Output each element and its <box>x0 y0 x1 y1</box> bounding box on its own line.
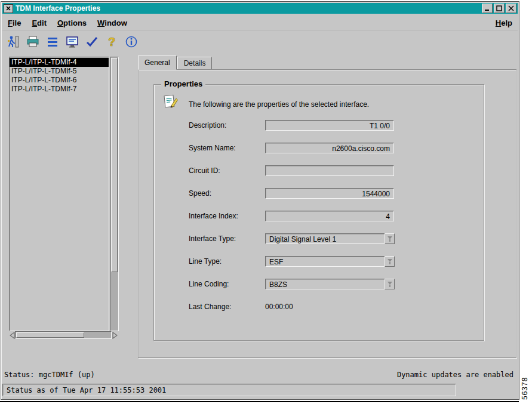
figure-number: 56378 <box>521 363 529 400</box>
field-rows: Description: T1 0/0 System Name: n2600a.… <box>189 119 478 323</box>
menu-edit[interactable]: Edit <box>26 17 52 29</box>
app-window-icon[interactable] <box>4 4 13 13</box>
notepad-pencil-icon <box>162 93 179 110</box>
field-label: Last Change: <box>189 303 265 311</box>
menu-bar: File Edit Options Window Help <box>2 15 518 31</box>
status-timestamp: Status as of Tue Apr 17 11:55:53 2001 <box>7 386 166 394</box>
maximize-button[interactable] <box>494 4 505 13</box>
field-label: Circuit ID: <box>189 166 265 175</box>
interface-index-field[interactable]: 4 <box>265 211 394 221</box>
system-name-field[interactable]: n2600a.cisco.com <box>265 143 394 153</box>
field-row-speed: Speed: 1544000 <box>189 187 478 199</box>
chevron-down-icon[interactable] <box>385 233 395 244</box>
description-field[interactable]: T1 0/0 <box>265 120 394 131</box>
window-title: TDM Interface Properties <box>16 4 481 13</box>
menu-help[interactable]: Help <box>490 17 518 29</box>
tab-details[interactable]: Details <box>177 57 213 70</box>
toolbar: ? <box>2 31 518 53</box>
field-label: Speed: <box>189 189 265 198</box>
status-bar: Status as of Tue Apr 17 11:55:53 2001 <box>2 384 456 396</box>
field-label: System Name: <box>189 144 265 152</box>
app-window: TDM Interface Properties File Edit Optio… <box>1 1 519 400</box>
groupbox-title: Properties <box>161 79 205 88</box>
menu-file[interactable]: File <box>2 17 26 29</box>
horizontal-scrollbar[interactable] <box>9 331 118 339</box>
title-bar[interactable]: TDM Interface Properties <box>2 3 518 14</box>
list-icon[interactable] <box>45 35 60 49</box>
status-row: Status: mgcTDMIf (up) Dynamic updates ar… <box>4 371 513 380</box>
check-icon[interactable] <box>85 35 99 49</box>
general-tab-panel: Properties The following are the propert… <box>138 69 516 358</box>
menu-options[interactable]: Options <box>52 17 92 29</box>
circuit-id-field[interactable] <box>265 165 394 176</box>
field-label: Description: <box>189 121 265 129</box>
field-row-interface-type: Interface Type: Digital Signal Level 1 <box>189 233 478 245</box>
status-text: Status: mgcTDMIf (up) <box>4 371 95 380</box>
figure-bottom-rule <box>0 401 519 402</box>
exit-icon[interactable] <box>6 35 20 49</box>
field-label: Line Type: <box>189 257 265 266</box>
display-icon[interactable] <box>65 35 79 49</box>
chevron-down-icon[interactable] <box>385 256 395 267</box>
line-coding-dropdown[interactable]: B8ZS <box>265 279 385 289</box>
help-icon[interactable]: ? <box>104 35 119 49</box>
horizontal-scrollbar-trough[interactable] <box>15 331 112 339</box>
field-row-circuit-id: Circuit ID: <box>189 165 478 177</box>
list-item[interactable]: ITP-L/ITP-L-TDMIf-4 <box>10 58 109 67</box>
field-row-line-type: Line Type: ESF <box>189 255 478 267</box>
horizontal-scrollbar-thumb[interactable] <box>16 332 84 338</box>
vertical-scrollbar[interactable] <box>110 57 119 331</box>
speed-field[interactable]: 1544000 <box>265 188 394 199</box>
list-item[interactable]: ITP-L/ITP-L-TDMIf-7 <box>10 85 109 94</box>
close-button[interactable] <box>506 4 516 13</box>
field-label: Interface Type: <box>189 235 265 243</box>
tab-strip: General Details <box>138 57 213 70</box>
field-row-last-change: Last Change: 00:00:00 <box>189 301 478 313</box>
properties-intro-text: The following are the properties of the … <box>189 100 369 109</box>
properties-groupbox: Properties The following are the propert… <box>153 84 484 341</box>
list-item[interactable]: ITP-L/ITP-L-TDMIf-6 <box>10 76 109 85</box>
minimize-button[interactable] <box>482 4 493 13</box>
field-row-line-coding: Line Coding: B8ZS <box>189 278 478 290</box>
print-icon[interactable] <box>26 35 40 49</box>
figure: TDM Interface Properties File Edit Optio… <box>0 0 532 404</box>
vertical-scrollbar-thumb[interactable] <box>111 58 118 272</box>
dynamic-updates-text: Dynamic updates are enabled <box>397 371 513 380</box>
last-change-value: 00:00:00 <box>265 303 293 311</box>
field-label: Interface Index: <box>189 212 265 220</box>
tab-general[interactable]: General <box>138 55 177 70</box>
scroll-left-icon[interactable] <box>9 332 15 339</box>
svg-text:?: ? <box>108 35 115 48</box>
field-row-description: Description: T1 0/0 <box>189 119 478 131</box>
line-type-dropdown[interactable]: ESF <box>265 256 385 267</box>
scroll-right-icon[interactable] <box>112 332 118 339</box>
field-label: Line Coding: <box>189 280 265 288</box>
interface-list: ITP-L/ITP-L-TDMIf-4 ITP-L/ITP-L-TDMIf-5 … <box>9 57 109 331</box>
interface-type-dropdown[interactable]: Digital Signal Level 1 <box>265 233 385 244</box>
list-item[interactable]: ITP-L/ITP-L-TDMIf-5 <box>10 67 109 76</box>
field-row-interface-index: Interface Index: 4 <box>189 210 478 222</box>
info-icon[interactable] <box>124 35 139 49</box>
menu-window[interactable]: Window <box>92 17 133 29</box>
chevron-down-icon[interactable] <box>385 279 395 289</box>
field-row-system-name: System Name: n2600a.cisco.com <box>189 142 478 154</box>
